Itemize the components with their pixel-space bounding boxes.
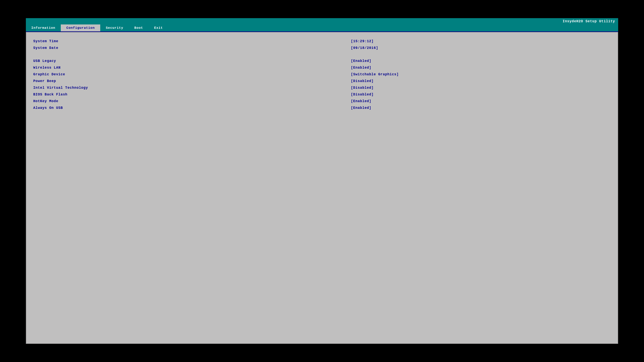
setting-row-9[interactable]: HotKey Mode[Enabled] (33, 98, 611, 104)
title-bar: InsydeH2O Setup Utility (26, 18, 618, 24)
setting-label-4: Wireless LAN (33, 64, 351, 71)
setting-row-7[interactable]: Intel Virtual Technology[Disabled] (33, 84, 611, 91)
settings-table: System Time[15:29:12]System Date[09/18/2… (33, 38, 611, 111)
setting-label-6: Power Beep (33, 78, 351, 84)
setting-label-8: BIOS Back Flash (33, 91, 351, 98)
setting-label-7: Intel Virtual Technology (33, 84, 351, 91)
setting-label-9: HotKey Mode (33, 98, 351, 104)
setting-row-6[interactable]: Power Beep[Disabled] (33, 78, 611, 84)
nav-bar: InformationConfigurationSecurityBootExit (26, 24, 618, 32)
nav-item-configuration[interactable]: Configuration (61, 24, 100, 31)
setting-row-5[interactable]: Graphic Device[Switchable Graphics] (33, 71, 611, 78)
setting-row-8[interactable]: BIOS Back Flash[Disabled] (33, 91, 611, 98)
setting-row-10[interactable]: Always On USB[Enabled] (33, 104, 611, 111)
setting-label-0: System Time (33, 38, 351, 44)
setting-label-3: USB Legacy (33, 57, 351, 64)
setting-label-1: System Date (33, 44, 351, 51)
setting-value-0: [15:29:12] (351, 38, 611, 44)
title-label: InsydeH2O Setup Utility (563, 19, 615, 23)
setting-value-8: [Disabled] (351, 91, 611, 98)
spacer-row (33, 51, 611, 57)
setting-value-4: [Enabled] (351, 64, 611, 71)
setting-row-3[interactable]: USB Legacy[Enabled] (33, 57, 611, 64)
main-content: System Time[15:29:12]System Date[09/18/2… (26, 32, 618, 344)
setting-value-6: [Disabled] (351, 78, 611, 84)
nav-item-information[interactable]: Information (26, 24, 61, 31)
setting-row-4[interactable]: Wireless LAN[Enabled] (33, 64, 611, 71)
setting-value-7: [Disabled] (351, 84, 611, 91)
setting-row-0[interactable]: System Time[15:29:12] (33, 38, 611, 44)
bios-container: InsydeH2O Setup Utility InformationConfi… (26, 18, 618, 344)
setting-value-3: [Enabled] (351, 57, 611, 64)
setting-row-1[interactable]: System Date[09/18/2016] (33, 44, 611, 51)
nav-item-boot[interactable]: Boot (129, 24, 148, 31)
setting-value-10: [Enabled] (351, 104, 611, 111)
nav-item-security[interactable]: Security (100, 24, 129, 31)
setting-value-1: [09/18/2016] (351, 44, 611, 51)
setting-label-5: Graphic Device (33, 71, 351, 78)
setting-value-9: [Enabled] (351, 98, 611, 104)
setting-label-10: Always On USB (33, 104, 351, 111)
nav-item-exit[interactable]: Exit (148, 24, 168, 31)
setting-value-5: [Switchable Graphics] (351, 71, 611, 78)
